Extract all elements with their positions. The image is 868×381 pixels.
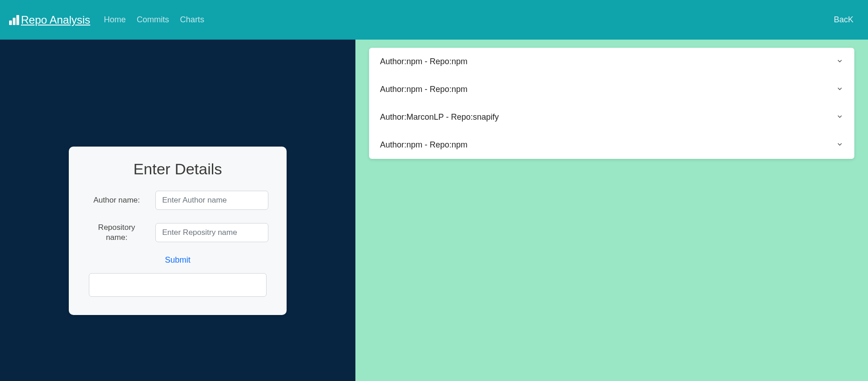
accordion-label: Author:npm - Repo:npm xyxy=(380,85,467,94)
author-label: Author name: xyxy=(87,195,146,205)
author-row: Author name: xyxy=(87,191,268,210)
accordion-item[interactable]: Author:npm - Repo:npm xyxy=(369,131,854,159)
nav-back[interactable]: BacK xyxy=(834,15,853,25)
bar-chart-icon xyxy=(9,15,19,25)
nav-home[interactable]: Home xyxy=(104,15,126,25)
submit-button[interactable]: Submit xyxy=(87,255,268,265)
chevron-down-icon xyxy=(836,57,843,66)
repo-label: Repository name: xyxy=(87,223,146,243)
accordion-label: Author:npm - Repo:npm xyxy=(380,57,467,66)
author-input[interactable] xyxy=(155,191,268,210)
left-panel: Enter Details Author name: Repository na… xyxy=(0,40,355,381)
accordion-item[interactable]: Author:npm - Repo:npm xyxy=(369,48,854,76)
accordion-item[interactable]: Author:npm - Repo:npm xyxy=(369,76,854,103)
chevron-down-icon xyxy=(836,113,843,122)
repo-row: Repository name: xyxy=(87,223,268,243)
right-panel: Author:npm - Repo:npm Author:npm - Repo:… xyxy=(355,40,868,381)
nav-charts[interactable]: Charts xyxy=(180,15,204,25)
repo-input[interactable] xyxy=(155,223,268,242)
navbar: Repo Analysis Home Commits Charts BacK xyxy=(0,0,868,40)
brand-link[interactable]: Repo Analysis xyxy=(9,14,90,26)
result-box xyxy=(89,273,267,297)
main-content: Enter Details Author name: Repository na… xyxy=(0,40,868,381)
chevron-down-icon xyxy=(836,141,843,149)
nav-links: Home Commits Charts xyxy=(104,15,834,25)
brand-text: Repo Analysis xyxy=(21,14,90,26)
nav-commits[interactable]: Commits xyxy=(137,15,169,25)
accordion: Author:npm - Repo:npm Author:npm - Repo:… xyxy=(369,48,854,159)
accordion-label: Author:npm - Repo:npm xyxy=(380,140,467,150)
form-title: Enter Details xyxy=(87,160,268,178)
chevron-down-icon xyxy=(836,85,843,94)
accordion-item[interactable]: Author:MarconLP - Repo:snapify xyxy=(369,103,854,131)
accordion-label: Author:MarconLP - Repo:snapify xyxy=(380,112,499,122)
form-card: Enter Details Author name: Repository na… xyxy=(69,147,287,315)
